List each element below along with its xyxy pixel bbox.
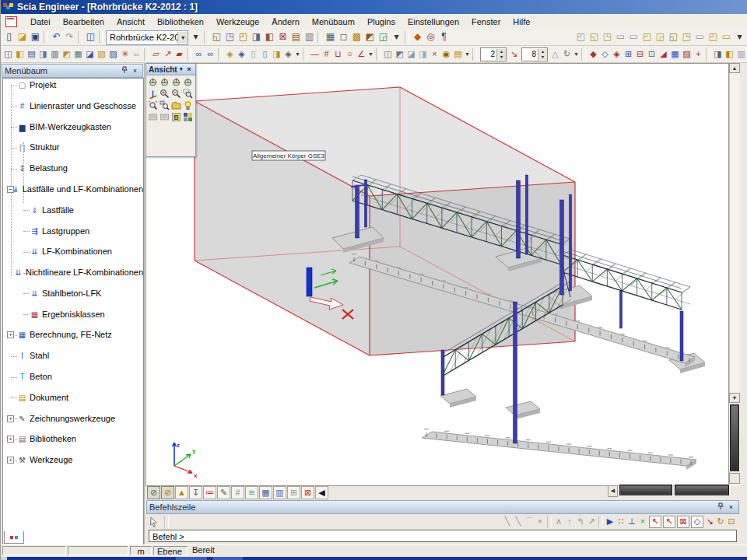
beam-display-button[interactable]: ◫ <box>2 48 14 61</box>
tree-item-beton[interactable]: TBeton <box>3 372 143 382</box>
snap-line-icon[interactable]: ╲ <box>502 516 513 528</box>
hinge-button[interactable]: ⊞ <box>622 48 634 61</box>
mesh-display-button[interactable]: ▨ <box>681 48 693 61</box>
menu--ndern[interactable]: Ändern <box>265 16 305 28</box>
draw-angle-button[interactable]: ∠ <box>356 48 367 61</box>
zoom-in-icon[interactable] <box>160 89 170 100</box>
tree-item-dokument[interactable]: ▤Dokument <box>3 393 143 403</box>
view-z-icon[interactable] <box>171 77 182 88</box>
scale-menu-drop[interactable]: ▾ <box>573 48 580 61</box>
tree-expander-icon[interactable]: − <box>7 186 14 193</box>
cursor-mode-icon[interactable] <box>149 516 160 527</box>
clipping-plane-icon[interactable] <box>160 112 170 123</box>
draw-grid-button[interactable]: # <box>321 48 332 61</box>
intersection-snap-icon[interactable]: ⊠ <box>677 516 689 528</box>
length-snap-icon[interactable]: ⊡ <box>726 516 737 528</box>
collapse-strip-button[interactable]: ◀ <box>315 486 328 499</box>
hstrip-left-button[interactable]: ◀ <box>608 485 618 497</box>
view-flag-3-button[interactable]: ◳ <box>601 31 614 44</box>
menu-men-baum[interactable]: Menübaum <box>306 16 361 28</box>
tree-item-berechnung-fe-netz[interactable]: +▦Berechnung, FE-Netz <box>3 330 143 340</box>
view-flag-1-button[interactable]: ◰ <box>574 31 587 44</box>
activity-layers-button[interactable]: ▯ <box>247 48 259 61</box>
clipping-box-icon[interactable] <box>148 112 159 123</box>
close-panel-icon[interactable]: × <box>130 66 140 75</box>
mesh-node-button[interactable]: ⊟ <box>634 48 646 61</box>
load-view-button[interactable]: ◧ <box>724 48 735 61</box>
draw-menu-drop[interactable]: ▾ <box>367 48 374 61</box>
shell-display-button[interactable]: ▥ <box>49 48 61 61</box>
combo-drop-icon[interactable]: ▾ <box>177 32 188 44</box>
search-button[interactable]: ◎ <box>424 31 437 44</box>
erase-button[interactable]: × <box>429 48 440 61</box>
support-hinged-button[interactable]: ◇ <box>599 48 611 61</box>
save-project-button[interactable]: ▣ <box>29 31 42 44</box>
multicopy-button[interactable]: ◩ <box>394 48 405 61</box>
menu-bibliotheken[interactable]: Bibliotheken <box>151 16 210 28</box>
export-button[interactable]: ◧ <box>263 31 276 44</box>
tree-item-bibliotheken[interactable]: +▤Bibliotheken <box>3 434 143 444</box>
view-flag-12-button[interactable]: ▭ <box>720 31 733 44</box>
draw-circle-button[interactable]: ○ <box>344 48 356 61</box>
wall-display-button[interactable]: ◨ <box>37 48 49 61</box>
status-unit[interactable]: m <box>130 546 152 555</box>
snap-up-icon[interactable]: ∧ <box>553 516 564 528</box>
tree-item-projekt[interactable]: ▢Projekt <box>3 80 143 90</box>
new-project-button[interactable]: ▯ <box>2 31 16 44</box>
menu-werkzeuge[interactable]: Werkzeuge <box>210 16 265 28</box>
line-grid-snap-icon[interactable]: ⊥ <box>626 516 637 528</box>
save-view-button[interactable]: ◨ <box>712 48 724 61</box>
view-flag-10-button[interactable]: ▭ <box>693 31 707 44</box>
midpoint-snap-icon[interactable]: ↖ <box>663 516 675 528</box>
table-menu-drop[interactable]: ▾ <box>464 48 471 61</box>
print-view-button[interactable]: ▥ <box>735 48 747 61</box>
labels-toggle[interactable]: ≔ <box>203 486 216 499</box>
tree-expander-icon[interactable]: + <box>7 436 14 443</box>
gallery-button[interactable]: ▤ <box>289 31 303 44</box>
dimensions-toggle[interactable]: # <box>231 486 244 499</box>
activity-2-button[interactable]: ◈ <box>236 48 247 61</box>
view-flag-5-button[interactable]: ▭ <box>627 31 640 44</box>
menu-plugins[interactable]: Plugins <box>361 16 402 28</box>
menu-ansicht[interactable]: Ansicht <box>110 16 151 28</box>
mesh-refine-button[interactable]: ⊡ <box>646 48 658 61</box>
activity-clipping-button[interactable]: ▯ <box>259 48 271 61</box>
tree-item-lf-kombinationen[interactable]: ⇊LF-Kombinationen <box>3 247 143 257</box>
undo-button[interactable]: ↶ <box>50 31 63 44</box>
cursor-snap-icon[interactable]: ▶ <box>605 516 615 528</box>
add-node-button[interactable]: + <box>693 48 704 61</box>
view-flag-9-button[interactable]: ◳ <box>680 31 693 44</box>
loads-toggle[interactable]: ↧ <box>189 486 202 499</box>
tree-item-linienraster-und-geschosse[interactable]: #Linienraster und Geschosse <box>3 101 143 111</box>
project-menu-drop[interactable]: ▾ <box>189 31 202 44</box>
surface-toggle[interactable]: ≋ <box>245 486 258 499</box>
model-params-toggle[interactable]: ▥ <box>273 486 286 499</box>
view-x-icon[interactable] <box>148 77 159 88</box>
tree-expander-icon[interactable]: + <box>7 331 14 338</box>
draw-line-button[interactable]: — <box>309 48 321 61</box>
scroll-up-button[interactable]: ▲ <box>729 63 740 73</box>
view-y-icon[interactable] <box>160 77 170 88</box>
macro-snap-icon[interactable]: × <box>637 516 648 528</box>
generate-drawing-icon[interactable]: B <box>171 112 182 123</box>
tree-item-ergebnisklassen[interactable]: ▦Ergebnisklassen <box>3 310 143 320</box>
render-toggle[interactable]: ⊘ <box>161 486 174 499</box>
local-axes-button[interactable]: ▦ <box>669 48 681 61</box>
layers-menu-drop[interactable]: ▾ <box>733 31 746 44</box>
menu-hilfe[interactable]: Hilfe <box>507 16 536 28</box>
select-workplane-button[interactable]: ▰ <box>174 48 185 61</box>
view-flag-11-button[interactable]: ◰ <box>707 31 720 44</box>
drawing-button[interactable]: ▥ <box>303 31 316 44</box>
snap-curve-icon[interactable]: ↗ <box>586 516 597 528</box>
rotate-button[interactable]: ◨ <box>417 48 429 61</box>
member-system-button[interactable]: ✳ <box>119 48 131 61</box>
ansicht-close-icon[interactable]: × <box>185 65 193 74</box>
close-service-button[interactable]: ◱ <box>210 31 223 44</box>
plate-display-button[interactable]: ▤ <box>26 48 37 61</box>
horizontal-rotation-slider[interactable] <box>619 485 672 495</box>
ansicht-header[interactable]: Ansicht ▾ × <box>146 64 195 75</box>
update-button[interactable]: ◰ <box>237 31 250 44</box>
status-plane[interactable]: Ebene XY <box>153 546 188 555</box>
view-parameters-icon[interactable] <box>183 112 194 123</box>
grid-toggle[interactable]: ⊞ <box>287 486 300 499</box>
